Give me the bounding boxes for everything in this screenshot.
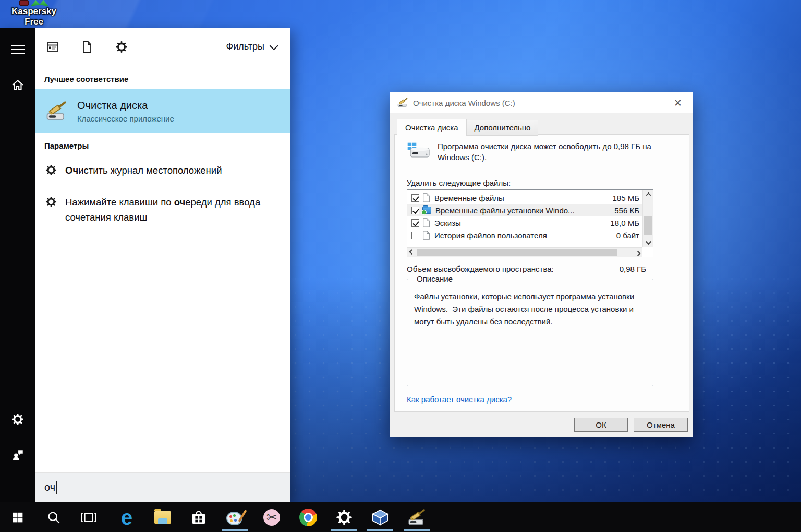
result-clear-location-history[interactable]: Очистить журнал местоположений [35,155,290,187]
filter-apps-button[interactable] [35,41,70,53]
task-view-button[interactable] [76,502,101,532]
file-size: 556 КБ [614,206,639,215]
edge-icon: e [121,507,132,528]
ok-button[interactable]: ОК [574,418,628,432]
chevron-up-icon [646,192,651,198]
file-size: 0 байт [616,231,639,240]
shortcut-label-line1: Kaspersky [5,6,63,17]
sidebar-home-button[interactable] [0,72,35,98]
filter-documents-button[interactable] [70,41,104,53]
space-gained-label: Объем высвобождаемого пространства: [407,264,554,273]
description-groupbox: Описание Файлы установки, которые исполь… [407,279,653,386]
file-name: История файлов пользователя [434,231,612,240]
params-heading: Параметры [35,133,290,155]
start-button[interactable] [5,502,30,532]
checkbox[interactable] [411,219,419,227]
cancel-button[interactable]: Отмена [634,418,688,432]
scroll-right-button[interactable] [634,248,642,257]
gear-icon [336,509,353,526]
scroll-up-button[interactable] [643,190,653,199]
file-row-user-history[interactable]: История файлов пользователя 0 байт [407,229,642,241]
chrome-button[interactable] [296,502,321,532]
tab-disk-cleanup[interactable]: Очистка диска [397,119,467,136]
dialog-titlebar[interactable]: Очистка диска Windows (C:) ✕ [390,92,693,113]
dialog-title: Очистка диска Windows (C:) [413,99,515,107]
vertical-scroll-thumb[interactable] [644,216,652,235]
disk-cleanup-icon [397,98,408,108]
intro-block: Программа очистки диска может освободить… [406,141,657,163]
snipping-tool-button[interactable]: ✂ [259,502,284,532]
virtualbox-cube-icon [371,509,389,526]
hamburger-menu-button[interactable] [0,37,35,62]
kaspersky-shortcut[interactable]: Kaspersky Free [5,0,63,27]
settings-button[interactable] [332,502,357,532]
filters-dropdown[interactable]: Фильтры [226,41,276,52]
result-sticky-keys[interactable]: Нажимайте клавиши по очереди для ввода с… [35,187,290,232]
vertical-scrollbar[interactable] [642,190,653,247]
disk-cleanup-icon [46,101,67,122]
checkbox[interactable] [411,194,419,202]
sidebar-settings-button[interactable] [0,407,35,432]
virtualbox-button[interactable] [368,502,393,532]
file-icon [422,231,430,240]
filter-settings-button[interactable] [104,41,139,53]
tab-more-options[interactable]: Дополнительно [467,120,539,136]
kaspersky-logo-icon [31,0,48,6]
setup-folder-icon [422,207,431,214]
file-row-thumbnails[interactable]: Эскизы 18,0 МБ [407,216,642,229]
edge-button[interactable]: e [114,502,139,532]
search-filter-bar: Фильтры [35,28,290,66]
close-button[interactable]: ✕ [670,96,686,110]
checkbox[interactable] [411,207,419,214]
search-input[interactable]: оч [35,472,290,502]
search-results-panel: Фильтры Лучшее соответствие Очистка диск… [35,28,290,502]
file-icon [422,193,430,202]
checkbox[interactable] [411,232,419,239]
paint-palette-icon [226,510,244,525]
file-row-setup-files[interactable]: Временные файлы установки Windo... 556 К… [407,204,642,216]
folder-icon [154,511,171,524]
close-icon: ✕ [674,98,682,108]
home-icon [11,78,25,92]
chrome-icon [299,509,317,526]
description-legend: Описание [414,274,455,283]
gear-icon [11,413,24,426]
chevron-right-icon [636,250,641,256]
scissors-icon: ✂ [263,509,280,526]
scroll-down-button[interactable] [643,238,653,247]
chevron-down-icon [646,239,651,245]
file-explorer-button[interactable] [150,502,175,532]
best-match-title: Очистка диска [77,99,174,112]
disk-cleanup-icon [408,509,426,526]
file-name: Временные файлы [434,194,608,202]
dialog-button-row: ОК Отмена [390,418,693,438]
desktop: Kaspersky Free [0,0,801,532]
kaspersky-icon [5,0,63,6]
search-query-text: оч [44,481,55,493]
how-disk-cleanup-works-link[interactable]: Как работает очистка диска? [407,395,512,404]
horizontal-scrollbar[interactable] [407,247,642,257]
store-button[interactable] [186,502,211,532]
dialog-tabs: Очистка диска Дополнительно [397,118,538,136]
sidebar-feedback-button[interactable] [0,442,35,467]
taskbar-search-button[interactable] [41,502,66,532]
search-icon [46,510,61,525]
best-match-heading: Лучшее соответствие [35,66,290,89]
paint-button[interactable] [223,502,248,532]
text-caret [56,481,57,494]
files-listbox: Временные файлы 185 МБ Временные файлы у… [407,189,653,257]
gear-icon [45,196,57,208]
document-icon [81,41,93,53]
horizontal-scroll-thumb[interactable] [417,249,617,256]
start-search-panel: Фильтры Лучшее соответствие Очистка диск… [0,28,290,502]
disk-cleanup-taskbar-button[interactable] [404,502,429,532]
file-name: Эскизы [434,219,606,227]
chevron-left-icon [409,249,415,255]
scroll-left-button[interactable] [407,248,416,257]
filters-label: Фильтры [226,41,264,52]
file-row-temporary-files[interactable]: Временные файлы 185 МБ [407,191,642,204]
file-name: Временные файлы установки Windo... [435,206,610,215]
store-bag-icon [190,509,207,526]
best-match-result[interactable]: Очистка диска Классическое приложение [35,89,290,133]
result-text: Нажимайте клавиши по очереди для ввода с… [65,195,278,225]
